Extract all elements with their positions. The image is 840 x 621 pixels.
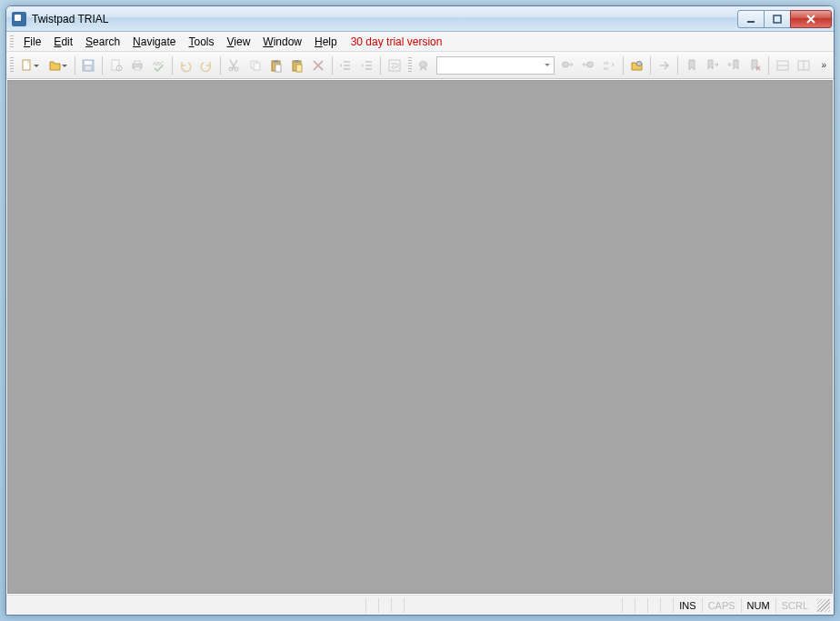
print-preview-button[interactable] bbox=[106, 55, 125, 75]
status-scrl: SCRL bbox=[775, 598, 814, 613]
delete-button[interactable] bbox=[309, 55, 328, 75]
paste-special-icon bbox=[290, 58, 305, 73]
wordwrap-button[interactable] bbox=[385, 55, 404, 75]
svg-point-23 bbox=[419, 61, 426, 67]
svg-text:ac: ac bbox=[604, 65, 609, 71]
print-icon bbox=[130, 58, 145, 73]
menu-file[interactable]: File bbox=[17, 34, 47, 50]
print-preview-icon bbox=[109, 58, 124, 73]
copy-button[interactable] bbox=[245, 55, 265, 75]
menu-view[interactable]: View bbox=[221, 34, 257, 50]
replace-button[interactable]: abac bbox=[600, 55, 619, 75]
cut-button[interactable] bbox=[225, 55, 244, 75]
goto-icon bbox=[657, 58, 672, 73]
menu-help[interactable]: Help bbox=[308, 34, 344, 50]
status-num: NUM bbox=[741, 598, 775, 613]
status-cell-empty-3 bbox=[391, 598, 404, 613]
titlebar[interactable]: Twistpad TRIAL bbox=[6, 6, 834, 32]
print-button[interactable] bbox=[127, 55, 146, 75]
status-cell-empty-5 bbox=[635, 598, 647, 613]
indent-button[interactable] bbox=[357, 55, 376, 75]
menubar: File Edit Search Navigate Tools View Win… bbox=[6, 32, 834, 52]
redo-icon bbox=[199, 58, 214, 73]
status-caps: CAPS bbox=[702, 598, 741, 613]
split-horizontal-button[interactable] bbox=[773, 55, 792, 75]
open-file-button[interactable] bbox=[45, 55, 71, 75]
window-title: Twistpad TRIAL bbox=[32, 13, 108, 25]
svg-rect-4 bbox=[85, 61, 92, 65]
menu-window[interactable]: Window bbox=[256, 34, 308, 50]
paste-special-button[interactable] bbox=[287, 55, 306, 75]
bookmark-toggle-button[interactable] bbox=[682, 55, 701, 75]
wordwrap-icon bbox=[387, 58, 402, 73]
minimize-button[interactable] bbox=[737, 10, 765, 28]
svg-point-25 bbox=[587, 62, 594, 67]
spellcheck-button[interactable]: ABC bbox=[148, 55, 167, 75]
trial-version-label: 30 day trial version bbox=[344, 34, 450, 50]
goto-button[interactable] bbox=[655, 55, 674, 75]
status-cell-empty-6 bbox=[647, 598, 660, 613]
menu-navigate[interactable]: Navigate bbox=[126, 34, 182, 50]
toolbar-overflow-button[interactable]: » bbox=[818, 55, 830, 75]
outdent-button[interactable] bbox=[336, 55, 355, 75]
split-vertical-button[interactable] bbox=[794, 55, 813, 75]
resize-grip[interactable] bbox=[817, 599, 830, 612]
toolbar-grip-2[interactable] bbox=[408, 57, 412, 74]
find-in-files-button[interactable] bbox=[627, 55, 646, 75]
toolbar: ABC bbox=[6, 52, 834, 79]
split-vertical-icon bbox=[796, 58, 811, 73]
statusbar: INS CAPS NUM SCRL bbox=[6, 595, 834, 615]
paste-button[interactable] bbox=[266, 55, 285, 75]
bookmark-clear-icon bbox=[748, 58, 763, 73]
svg-rect-9 bbox=[135, 61, 140, 64]
open-folder-icon bbox=[48, 58, 63, 73]
find-next-button[interactable] bbox=[557, 55, 576, 75]
replace-icon: abac bbox=[602, 58, 616, 73]
find-button[interactable] bbox=[415, 55, 434, 75]
spellcheck-icon: ABC bbox=[151, 58, 165, 73]
bookmark-prev-button[interactable] bbox=[725, 55, 744, 75]
status-cell-empty-4 bbox=[622, 598, 635, 613]
find-icon bbox=[417, 58, 432, 73]
svg-rect-18 bbox=[275, 65, 281, 72]
redo-button[interactable] bbox=[197, 55, 216, 75]
outdent-icon bbox=[338, 58, 353, 73]
status-cell-spacer bbox=[404, 598, 622, 613]
bookmark-next-button[interactable] bbox=[704, 55, 723, 75]
find-prev-icon bbox=[581, 58, 595, 73]
svg-rect-20 bbox=[295, 60, 299, 63]
bookmark-clear-button[interactable] bbox=[745, 55, 765, 75]
menu-search[interactable]: Search bbox=[79, 34, 126, 50]
menu-tools[interactable]: Tools bbox=[182, 34, 220, 50]
undo-button[interactable] bbox=[176, 55, 195, 75]
menubar-grip[interactable] bbox=[10, 35, 14, 48]
save-button[interactable] bbox=[79, 55, 98, 75]
status-cell-empty-7 bbox=[660, 598, 673, 613]
undo-icon bbox=[178, 58, 193, 73]
indent-icon bbox=[360, 58, 375, 73]
svg-rect-17 bbox=[274, 60, 278, 63]
menu-edit[interactable]: Edit bbox=[47, 34, 79, 50]
status-cell-empty-1 bbox=[365, 598, 378, 613]
svg-rect-6 bbox=[112, 60, 119, 70]
app-window: Twistpad TRIAL File Edit Search Navigate… bbox=[5, 5, 835, 616]
search-input[interactable] bbox=[436, 56, 555, 75]
find-prev-button[interactable] bbox=[579, 55, 598, 75]
delete-icon bbox=[311, 58, 325, 73]
maximize-button[interactable] bbox=[764, 10, 791, 28]
close-button[interactable] bbox=[790, 10, 832, 28]
copy-icon bbox=[248, 58, 263, 73]
svg-point-24 bbox=[563, 62, 569, 67]
new-file-button[interactable] bbox=[16, 55, 43, 75]
editor-workspace[interactable] bbox=[7, 80, 833, 594]
split-horizontal-icon bbox=[775, 58, 790, 73]
status-cell-empty-2 bbox=[378, 598, 391, 613]
svg-rect-21 bbox=[296, 65, 302, 72]
app-icon bbox=[12, 12, 26, 26]
status-ins: INS bbox=[673, 598, 701, 613]
bookmark-next-icon bbox=[705, 58, 720, 73]
toolbar-grip[interactable] bbox=[10, 57, 14, 74]
svg-rect-15 bbox=[254, 63, 260, 70]
save-icon bbox=[81, 58, 95, 73]
new-file-icon bbox=[20, 58, 35, 73]
